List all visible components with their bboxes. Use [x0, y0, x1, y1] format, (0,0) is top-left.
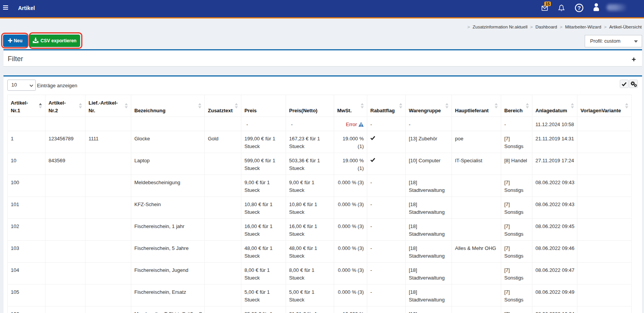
svg-text:?: ? — [577, 5, 581, 11]
